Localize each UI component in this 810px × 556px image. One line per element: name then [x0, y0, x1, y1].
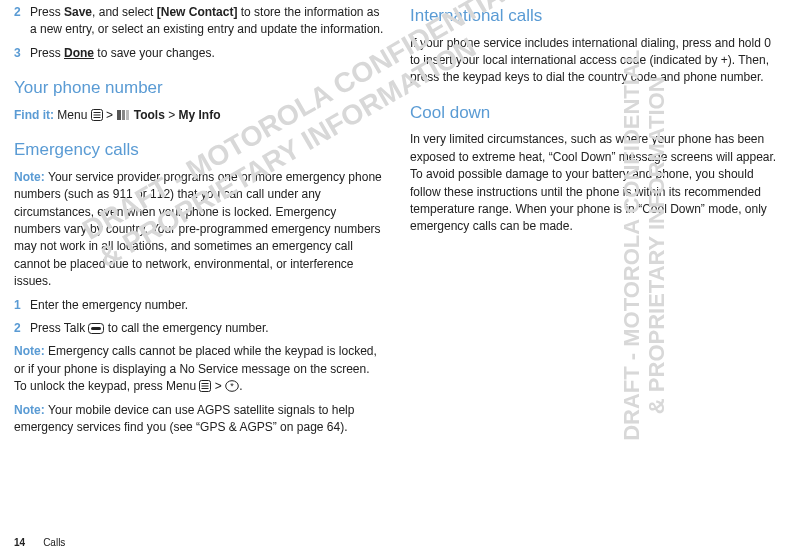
text: Your mobile device can use AGPS satellit… [14, 403, 354, 434]
left-column: 2 Press Save, and select [New Contact] t… [14, 4, 384, 442]
star-key-icon: * [225, 380, 239, 392]
svg-rect-2 [93, 114, 100, 115]
page-footer: 14 Calls [14, 536, 65, 551]
heading-cool-down: Cool down [410, 101, 780, 126]
international-para: If your phone service includes internati… [410, 35, 780, 87]
my-info-label: My Info [179, 108, 221, 122]
find-it-line: Find it: Menu > Tools > My Info [14, 107, 384, 124]
text: Menu [57, 108, 90, 122]
step-3: 3 Press Done to save your changes. [14, 45, 384, 62]
step-number: 2 [14, 320, 30, 337]
note-label: Note: [14, 344, 48, 358]
heading-emergency-calls: Emergency calls [14, 138, 384, 163]
step-body: Press Save, and select [New Contact] to … [30, 4, 384, 39]
step-number: 3 [14, 45, 30, 62]
done-label: Done [64, 46, 94, 60]
text: Press Talk [30, 321, 88, 335]
emergency-step-1: 1 Enter the emergency number. [14, 297, 384, 314]
text: Your service provider programs one or mo… [14, 170, 382, 288]
cool-down-para: In very limited circumstances, such as w… [410, 131, 780, 235]
text: Emergency calls cannot be placed while t… [14, 344, 377, 393]
page-columns: 2 Press Save, and select [New Contact] t… [14, 4, 796, 442]
find-it-label: Find it: [14, 108, 57, 122]
note-agps: Note: Your mobile device can use AGPS sa… [14, 402, 384, 437]
svg-rect-12 [202, 388, 209, 389]
text: > [103, 108, 117, 122]
svg-rect-8 [91, 327, 101, 330]
heading-international-calls: International calls [410, 4, 780, 29]
text: to save your changes. [94, 46, 215, 60]
text: > [165, 108, 179, 122]
tools-label: Tools [130, 108, 164, 122]
step-body: Enter the emergency number. [30, 297, 384, 314]
page-number: 14 [14, 536, 25, 551]
text: . [239, 379, 242, 393]
text: > [211, 379, 225, 393]
step-2: 2 Press Save, and select [New Contact] t… [14, 4, 384, 39]
emergency-step-2: 2 Press Talk to call the emergency numbe… [14, 320, 384, 337]
new-contact-label: [New Contact] [157, 5, 238, 19]
text: Press [30, 5, 64, 19]
text: Press [30, 46, 64, 60]
svg-rect-6 [126, 110, 129, 120]
emergency-note: Note: Your service provider programs one… [14, 169, 384, 291]
svg-rect-5 [122, 110, 125, 120]
section-name: Calls [43, 536, 65, 551]
text: , and select [92, 5, 157, 19]
note-keypad-locked: Note: Emergency calls cannot be placed w… [14, 343, 384, 395]
svg-rect-1 [93, 112, 100, 113]
text: to call the emergency number. [104, 321, 268, 335]
note-label: Note: [14, 403, 48, 417]
svg-rect-11 [202, 386, 209, 387]
step-number: 1 [14, 297, 30, 314]
tools-icon [116, 109, 130, 121]
menu-icon [199, 380, 211, 392]
svg-rect-10 [202, 383, 209, 384]
step-number: 2 [14, 4, 30, 39]
save-label: Save [64, 5, 92, 19]
step-body: Press Talk to call the emergency number. [30, 320, 384, 337]
menu-icon [91, 109, 103, 121]
note-label: Note: [14, 170, 48, 184]
step-body: Press Done to save your changes. [30, 45, 384, 62]
heading-your-phone-number: Your phone number [14, 76, 384, 101]
svg-text:*: * [230, 381, 234, 391]
svg-rect-3 [93, 117, 100, 118]
talk-icon [88, 323, 104, 334]
right-column: International calls If your phone servic… [410, 4, 780, 442]
svg-rect-4 [117, 110, 121, 120]
